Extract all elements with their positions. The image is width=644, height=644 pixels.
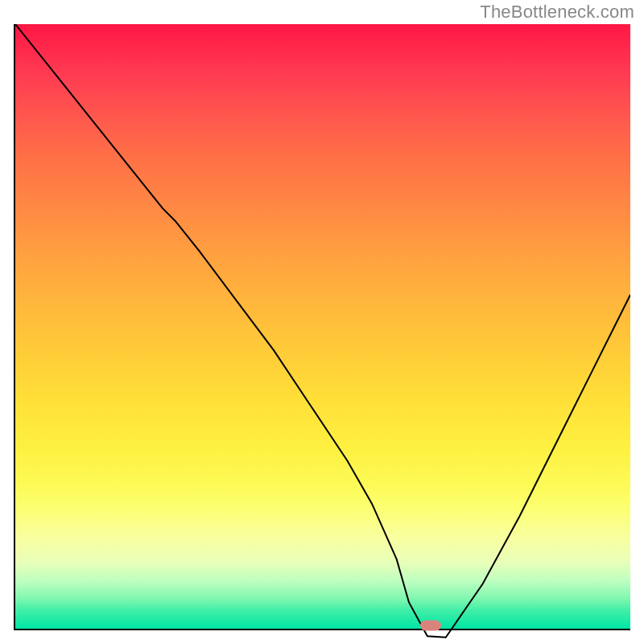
watermark-text: TheBottleneck.com xyxy=(480,2,634,23)
chart-plot-area xyxy=(14,24,630,630)
chart-curve xyxy=(15,24,630,639)
chart-marker xyxy=(420,621,441,631)
